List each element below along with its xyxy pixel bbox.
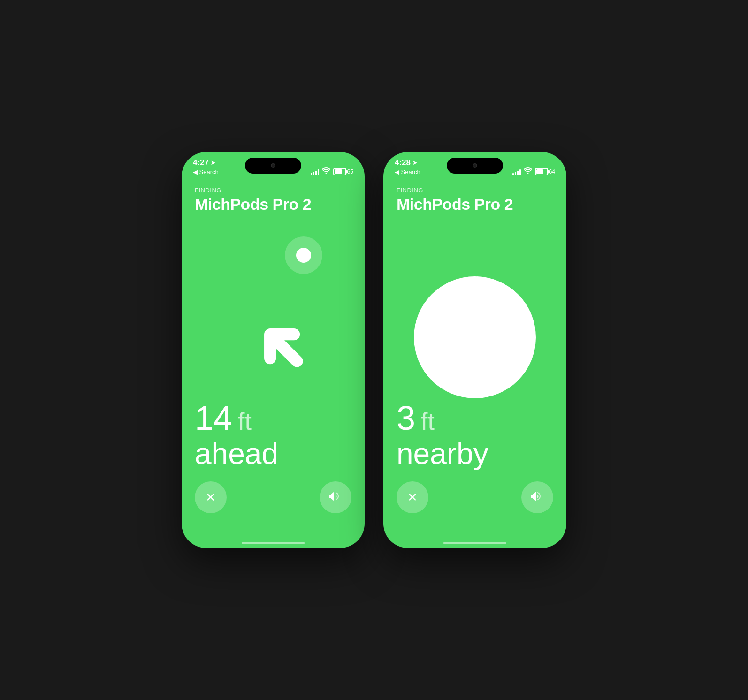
home-indicator-2	[383, 532, 566, 548]
device-name-1: MichPods Pro 2	[195, 196, 351, 213]
signal-bars-1	[311, 168, 319, 175]
proximity-circle-2	[414, 276, 536, 398]
bar1-2	[512, 173, 514, 175]
location-arrow-2: ➤	[412, 160, 417, 166]
phone-1: 4:27 ➤ ◀ Search	[182, 152, 365, 548]
battery-box-1	[333, 168, 346, 175]
wifi-icon-2	[524, 167, 532, 175]
bottom-buttons-1: ✕	[195, 481, 351, 513]
finding-label-2: FINDING	[397, 187, 553, 194]
dynamic-island-2	[447, 158, 503, 174]
bar4	[318, 169, 319, 175]
bar1	[311, 173, 312, 175]
battery-fill-2	[536, 169, 544, 174]
bar3-2	[517, 171, 519, 175]
time-2: 4:28 ➤	[395, 158, 417, 167]
device-name-2: MichPods Pro 2	[397, 196, 553, 213]
bar2-2	[515, 172, 516, 175]
phone-2: 4:28 ➤ ◀ Search	[383, 152, 566, 548]
bar3	[315, 171, 317, 175]
status-right-2: 64	[512, 167, 555, 175]
battery-fill-1	[335, 169, 343, 174]
main-content-1: 14 ft ahead ✕	[182, 218, 365, 532]
battery-1: 65	[333, 168, 353, 175]
sound-button-1[interactable]	[320, 481, 351, 513]
bottom-buttons-2: ✕	[397, 481, 553, 513]
direction-arrow-1	[231, 295, 315, 380]
header-2: FINDING MichPods Pro 2	[383, 179, 566, 218]
home-bar-1	[242, 542, 305, 544]
finding-label-1: FINDING	[195, 187, 351, 194]
camera-dot-2	[473, 163, 477, 168]
phones-container: 4:27 ➤ ◀ Search	[182, 152, 566, 548]
close-icon-2: ✕	[407, 490, 418, 505]
location-arrow-1: ➤	[211, 160, 215, 166]
header-1: FINDING MichPods Pro 2	[182, 179, 365, 218]
status-left-1: 4:27 ➤ ◀ Search	[193, 158, 219, 175]
bar4-2	[519, 169, 521, 175]
sound-button-2[interactable]	[521, 481, 553, 513]
home-indicator-1	[182, 532, 365, 548]
time-1: 4:27 ➤	[193, 158, 215, 167]
signal-bars-2	[512, 168, 521, 175]
dynamic-island-1	[245, 158, 301, 174]
wifi-icon-1	[322, 167, 330, 175]
status-left-2: 4:28 ➤ ◀ Search	[395, 158, 420, 175]
back-button-1[interactable]: ◀ Search	[193, 168, 219, 175]
close-icon-1: ✕	[206, 490, 216, 505]
back-button-2[interactable]: ◀ Search	[395, 168, 420, 175]
speaker-icon-1	[329, 490, 342, 505]
status-right-1: 65	[311, 167, 353, 175]
battery-box-2	[535, 168, 548, 175]
close-button-2[interactable]: ✕	[397, 481, 428, 513]
home-bar-2	[443, 542, 506, 544]
main-content-2: 3 ft nearby ✕	[383, 218, 566, 532]
speaker-icon-2	[531, 490, 543, 505]
battery-2: 64	[535, 168, 555, 175]
arrow-container-1	[182, 218, 365, 457]
close-button-1[interactable]: ✕	[195, 481, 227, 513]
camera-dot-1	[271, 163, 275, 168]
large-circle-container-2	[383, 218, 566, 457]
bar2	[313, 172, 314, 175]
